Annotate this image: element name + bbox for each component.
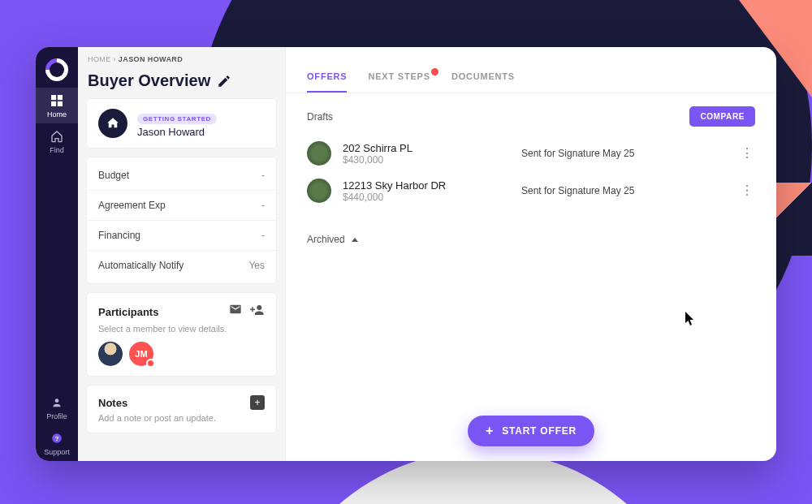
svg-rect-0: [51, 95, 56, 100]
offer-address: 202 Schirra PL: [343, 142, 489, 154]
tab-documents[interactable]: DOCUMENTS: [451, 71, 515, 93]
buyer-card: GETTING STARTED Jason Howard: [86, 98, 277, 149]
compare-button[interactable]: COMPARE: [689, 106, 755, 127]
offers-tabpane: Drafts COMPARE 202 Schirra PL $430,000 S…: [286, 93, 776, 461]
info-label: Budget: [98, 170, 129, 181]
nav-label: Profile: [46, 412, 67, 420]
nav-label: Find: [50, 146, 64, 154]
overview-panel: HOME › JASON HOWARD Buyer Overview GETTI…: [78, 47, 286, 461]
info-value: -: [261, 170, 265, 181]
info-label: Agreement Exp: [98, 200, 166, 211]
nav-label: Home: [47, 110, 67, 118]
status-badge: GETTING STARTED: [137, 114, 217, 124]
breadcrumb-root[interactable]: HOME: [88, 55, 111, 63]
notes-title: Notes: [98, 397, 127, 409]
page-title-text: Buyer Overview: [88, 71, 210, 90]
offer-price: $440,000: [343, 192, 489, 203]
start-offer-button[interactable]: + START OFFER: [468, 416, 594, 446]
logo-icon: [41, 54, 73, 86]
nav-label: Support: [44, 448, 70, 456]
side-nav: Home Find Profile ? Support: [36, 47, 78, 461]
tab-label: NEXT STEPS: [368, 71, 430, 81]
svg-point-7: [257, 305, 261, 310]
archived-toggle[interactable]: Archived: [307, 234, 755, 245]
info-value: Yes: [248, 260, 265, 271]
info-card: Budget - Agreement Exp - Financing - Aut…: [86, 157, 277, 284]
notification-dot: [431, 68, 438, 75]
offer-price: $430,000: [343, 154, 489, 166]
participants-hint: Select a member to view details.: [98, 324, 265, 334]
notification-badge: [146, 359, 155, 368]
nav-item-home[interactable]: Home: [36, 88, 78, 123]
tab-bar: OFFERS NEXT STEPS DOCUMENTS: [286, 47, 776, 93]
buyer-name: Jason Howard: [137, 126, 217, 138]
svg-text:?: ?: [55, 435, 59, 442]
page-title: Buyer Overview: [86, 71, 277, 90]
kebab-menu-icon[interactable]: ⋮: [739, 147, 755, 160]
mail-icon[interactable]: [229, 303, 242, 321]
info-value: -: [261, 230, 265, 241]
drafts-heading: Drafts: [307, 111, 333, 123]
kebab-menu-icon[interactable]: ⋮: [739, 184, 755, 197]
info-row-budget[interactable]: Budget -: [87, 161, 276, 190]
archived-label: Archived: [307, 234, 345, 245]
tab-offers[interactable]: OFFERS: [307, 71, 347, 93]
home-grid-icon: [50, 94, 63, 107]
info-row-financing[interactable]: Financing -: [87, 220, 276, 250]
participants-title: Participants: [98, 306, 158, 318]
info-value: -: [261, 200, 265, 211]
offer-row[interactable]: 12213 Sky Harbor DR $440,000 Sent for Si…: [307, 172, 755, 209]
person-icon: [50, 396, 63, 409]
caret-up-icon: [352, 238, 358, 242]
fab-label: START OFFER: [502, 425, 577, 437]
notes-card: Notes + Add a note or post an update.: [86, 385, 277, 433]
offer-thumbnail: [307, 179, 331, 203]
tab-next-steps[interactable]: NEXT STEPS: [368, 71, 430, 93]
offer-status: Sent for Signature May 25: [521, 185, 667, 196]
svg-rect-2: [58, 101, 63, 106]
participant-avatar[interactable]: JM: [129, 342, 153, 366]
avatar-initials: JM: [135, 349, 147, 359]
breadcrumb: HOME › JASON HOWARD: [86, 55, 277, 63]
participant-avatar[interactable]: [98, 342, 123, 366]
add-person-icon[interactable]: [250, 303, 265, 321]
info-row-agreement[interactable]: Agreement Exp -: [87, 190, 276, 220]
info-row-notify[interactable]: Automatically Notify Yes: [87, 250, 276, 280]
nav-item-support[interactable]: ? Support: [36, 425, 78, 461]
tab-label: OFFERS: [307, 71, 347, 81]
info-label: Financing: [98, 230, 140, 241]
house-search-icon: [50, 130, 63, 143]
svg-rect-3: [51, 101, 56, 106]
offer-address: 12213 Sky Harbor DR: [343, 179, 489, 192]
offer-status: Sent for Signature May 25: [521, 148, 667, 159]
nav-item-profile[interactable]: Profile: [36, 390, 78, 425]
help-icon: ?: [50, 432, 63, 445]
edit-title-icon[interactable]: [217, 74, 231, 88]
breadcrumb-separator: ›: [114, 55, 116, 63]
breadcrumb-current: JASON HOWARD: [119, 55, 183, 63]
tab-label: DOCUMENTS: [451, 71, 515, 81]
offer-thumbnail: [307, 141, 331, 166]
buyer-avatar-icon: [98, 109, 127, 138]
svg-rect-1: [58, 95, 63, 100]
svg-point-4: [55, 398, 59, 403]
participants-card: Participants Select a member to view det…: [86, 292, 277, 377]
main-pane: OFFERS NEXT STEPS DOCUMENTS Drafts COMPA…: [286, 47, 776, 461]
offer-row[interactable]: 202 Schirra PL $430,000 Sent for Signatu…: [307, 135, 755, 172]
info-label: Automatically Notify: [98, 260, 184, 271]
notes-hint: Add a note or post an update.: [98, 413, 265, 423]
app-window: Home Find Profile ? Support: [36, 47, 776, 461]
nav-item-find[interactable]: Find: [36, 123, 78, 159]
add-note-icon[interactable]: +: [250, 395, 265, 410]
